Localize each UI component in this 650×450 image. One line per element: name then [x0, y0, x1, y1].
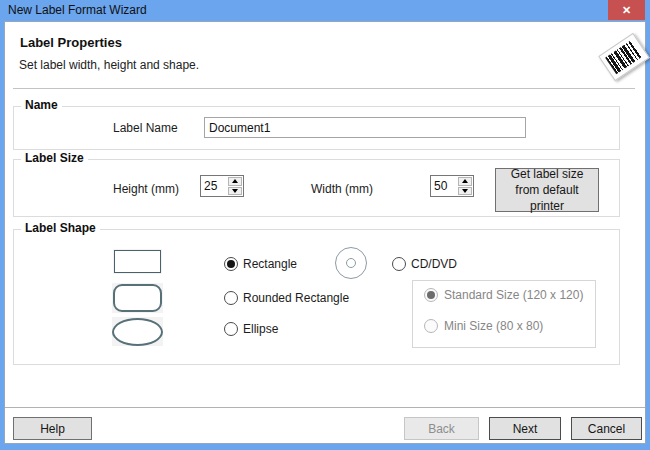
up-arrow-icon — [232, 179, 238, 183]
titlebar[interactable]: New Label Format Wizard — [0, 0, 650, 22]
size-group-title: Label Size — [21, 151, 88, 165]
radio-cd-dvd-label[interactable]: CD/DVD — [411, 257, 457, 271]
window-title: New Label Format Wizard — [8, 3, 147, 17]
rectangle-preview-icon — [113, 249, 162, 274]
ellipse-preview-icon — [112, 317, 163, 346]
radio-rectangle-label[interactable]: Rectangle — [243, 257, 297, 271]
radio-ellipse-label[interactable]: Ellipse — [243, 322, 278, 336]
height-down-button[interactable] — [228, 187, 242, 196]
next-button[interactable]: Next — [489, 417, 561, 440]
page-subtitle: Set label width, height and shape. — [19, 58, 199, 72]
cd-dvd-preview-icon — [335, 247, 367, 279]
radio-standard-size — [424, 288, 438, 302]
shape-group-title: Label Shape — [21, 221, 100, 235]
width-down-button[interactable] — [458, 187, 472, 196]
footer-separator — [5, 407, 645, 408]
radio-rounded-rectangle[interactable] — [224, 291, 238, 305]
radio-cd-dvd[interactable] — [392, 257, 406, 271]
height-up-button[interactable] — [228, 177, 242, 186]
width-stepper[interactable] — [430, 175, 474, 197]
up-arrow-icon — [462, 179, 468, 183]
height-input[interactable] — [201, 176, 230, 196]
page-title: Label Properties — [20, 35, 122, 50]
radio-ellipse[interactable] — [224, 322, 238, 336]
back-button: Back — [404, 417, 479, 440]
down-arrow-icon — [462, 189, 468, 193]
label-name-label: Label Name — [113, 121, 178, 135]
width-input[interactable] — [431, 176, 460, 196]
height-label: Height (mm) — [113, 182, 179, 196]
cancel-button[interactable]: Cancel — [571, 417, 642, 440]
header-separator — [13, 88, 635, 89]
radio-rectangle[interactable] — [224, 257, 238, 271]
radio-mini-size-label: Mini Size (80 x 80) — [444, 319, 543, 333]
close-button[interactable]: ✕ — [608, 0, 645, 20]
down-arrow-icon — [232, 189, 238, 193]
name-group-title: Name — [21, 98, 62, 112]
radio-rounded-rectangle-label[interactable]: Rounded Rectangle — [243, 291, 349, 305]
radio-mini-size — [424, 319, 438, 333]
close-icon: ✕ — [622, 5, 631, 16]
width-up-button[interactable] — [458, 177, 472, 186]
height-stepper[interactable] — [200, 175, 244, 197]
label-name-input[interactable] — [204, 117, 526, 138]
radio-standard-size-label: Standard Size (120 x 120) — [444, 288, 583, 302]
width-label: Width (mm) — [311, 182, 373, 196]
get-label-size-button[interactable]: Get label size from default printer — [495, 168, 599, 212]
rounded-rectangle-preview-icon — [112, 283, 163, 313]
dialog-window: New Label Format Wizard ✕ Label Properti… — [0, 0, 650, 450]
help-button[interactable]: Help — [13, 417, 92, 440]
